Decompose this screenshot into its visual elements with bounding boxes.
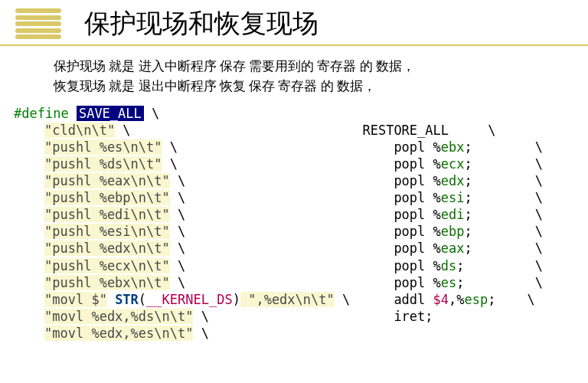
restore-label: RESTORE_ALL \ [362, 123, 495, 138]
code-line: "pushl %eax\n\t" [44, 173, 170, 188]
macro-name: SAVE_ALL [77, 106, 144, 121]
code-line: "cld\n\t" [44, 123, 115, 138]
str-macro: STR [107, 292, 139, 307]
desc-line: 保护现场 就是 进入中断程序 保存 需要用到的 寄存器 的 数据， [54, 57, 534, 77]
code-line: "movl %edx,%es\n\t" [44, 326, 193, 341]
slide-header: 保护现场和恢复现场 [0, 0, 588, 46]
desc-line: 恢复现场 就是 退出中断程序 恢复 保存 寄存器 的 数据， [54, 77, 534, 97]
code-line: "pushl %edx\n\t" [44, 241, 170, 256]
code-line: "pushl %edi\n\t" [44, 207, 170, 222]
code-line: "pushl %ecx\n\t" [44, 258, 170, 273]
code-line: "pushl %ebp\n\t" [44, 190, 170, 205]
code-line: "pushl %ds\n\t" [44, 156, 162, 172]
kernel-ds: __KERNEL_DS [146, 292, 233, 307]
description-block: 保护现场 就是 进入中断程序 保存 需要用到的 寄存器 的 数据， 恢复现场 就… [0, 46, 588, 105]
code-line: "pushl %ebx\n\t" [44, 275, 170, 290]
logo-icon [15, 8, 61, 39]
save-all-code: #define SAVE_ALL \ "cld\n\t" \ "pushl %e… [0, 105, 354, 342]
backslash: \ [144, 106, 159, 121]
define-keyword: #define [14, 106, 69, 121]
code-line: "movl $" [44, 292, 107, 307]
restore-all-code: RESTORE_ALL \ popl %ebx; \ popl %ecx; \ … [354, 105, 588, 342]
code-columns: #define SAVE_ALL \ "cld\n\t" \ "pushl %e… [0, 105, 588, 342]
code-line: "pushl %esi\n\t" [44, 224, 170, 239]
code-line: "movl %edx,%ds\n\t" [44, 309, 193, 324]
code-line: "pushl %es\n\t" [44, 139, 162, 155]
slide-title: 保护现场和恢复现场 [84, 6, 318, 41]
